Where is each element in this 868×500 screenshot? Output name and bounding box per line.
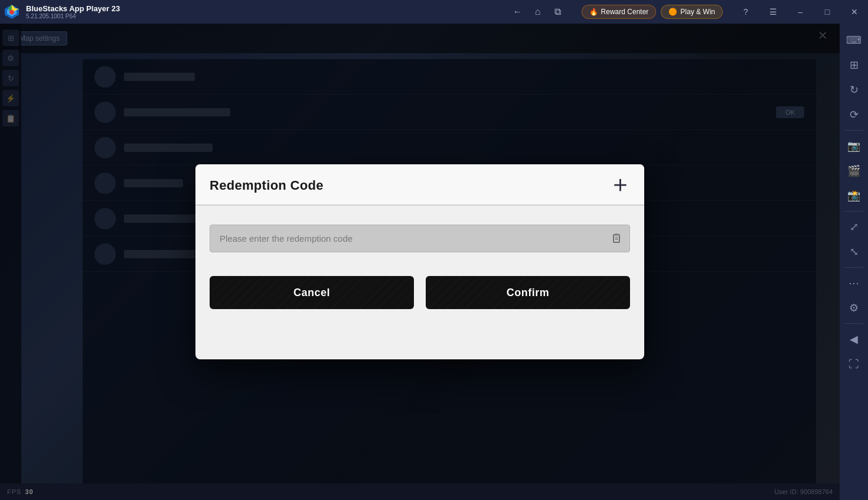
dialog-header: Redemption Code ✕ xyxy=(195,164,644,206)
cancel-button[interactable]: Cancel xyxy=(210,276,414,309)
code-input[interactable] xyxy=(210,225,603,252)
help-button[interactable]: ? xyxy=(732,0,759,24)
svg-rect-6 xyxy=(615,233,618,236)
paste-icon xyxy=(611,233,622,245)
confirm-button[interactable]: Confirm xyxy=(426,276,630,309)
minimize-button[interactable]: ‒ xyxy=(787,0,814,24)
dialog-footer: Cancel Confirm xyxy=(195,269,644,326)
titlebar: BlueStacks App Player 23 5.21.205.1001 P… xyxy=(0,0,868,24)
dialog-title: Redemption Code xyxy=(210,178,324,193)
nav-buttons: ← ⌂ ⧉ xyxy=(508,2,567,21)
paste-button[interactable] xyxy=(603,226,629,252)
app-name: BlueStacks App Player 23 xyxy=(26,4,508,14)
bluestacks-logo xyxy=(0,0,24,24)
copy-button[interactable]: ⧉ xyxy=(549,2,567,21)
confirm-label: Confirm xyxy=(507,287,550,298)
sidebar-more-icon[interactable]: ⋯ xyxy=(842,271,866,295)
sidebar-apps-icon[interactable]: ⊞ xyxy=(842,53,866,77)
sidebar-camera-icon[interactable]: 📸 xyxy=(842,184,866,207)
cancel-label: Cancel xyxy=(293,287,330,298)
sidebar-fullscreen-icon[interactable]: ⛶ xyxy=(842,352,866,376)
sidebar-screenshot-icon[interactable]: 📷 xyxy=(842,134,866,158)
dialog: Redemption Code ✕ xyxy=(195,164,644,359)
dialog-body xyxy=(195,206,644,269)
sidebar-divider-2 xyxy=(844,211,863,212)
sidebar-divider-1 xyxy=(844,130,863,131)
maximize-button[interactable]: □ xyxy=(814,0,841,24)
sidebar-video-icon[interactable]: 🎬 xyxy=(842,159,866,183)
dialog-close-button[interactable]: ✕ xyxy=(609,175,630,196)
play-win-button[interactable]: 🟠 Play & Win xyxy=(661,5,723,19)
app-info: BlueStacks App Player 23 5.21.205.1001 P… xyxy=(26,4,508,20)
sidebar-keyboard-icon[interactable]: ⌨ xyxy=(842,28,866,52)
sidebar-divider-3 xyxy=(844,267,863,268)
sidebar-expand-icon[interactable]: ⤢ xyxy=(842,215,866,239)
back-button[interactable]: ← xyxy=(508,2,527,21)
reward-center-label: Reward Center xyxy=(601,8,649,16)
code-input-wrapper xyxy=(210,225,630,252)
reward-center-button[interactable]: 🔥 Reward Center xyxy=(582,5,657,19)
sidebar-refresh-icon[interactable]: ⟳ xyxy=(842,103,866,126)
sidebar-rotate-icon[interactable]: ↻ xyxy=(842,78,866,102)
play-win-label: Play & Win xyxy=(680,8,715,16)
app-version: 5.21.205.1001 P64 xyxy=(26,13,508,20)
right-sidebar: ⌨ ⊞ ↻ ⟳ 📷 🎬 📸 ⤢ ⤡ ⋯ ⚙ ◀ ⛶ xyxy=(840,24,868,500)
sidebar-divider-4 xyxy=(844,323,863,324)
menu-button[interactable]: ☰ xyxy=(759,0,787,24)
fire-icon: 🔥 xyxy=(589,8,598,16)
close-star-icon: ✕ xyxy=(609,175,630,196)
home-button[interactable]: ⌂ xyxy=(528,2,547,21)
center-buttons: 🔥 Reward Center 🟠 Play & Win xyxy=(582,5,723,19)
coin-icon: 🟠 xyxy=(668,8,677,16)
sidebar-resize-icon[interactable]: ⤡ xyxy=(842,240,866,264)
sidebar-arrow-icon[interactable]: ◀ xyxy=(842,327,866,351)
close-button[interactable]: ✕ xyxy=(841,0,868,24)
window-controls: ? ☰ ‒ □ ✕ xyxy=(732,0,868,24)
dialog-overlay: Redemption Code ✕ xyxy=(0,24,840,500)
sidebar-settings-icon[interactable]: ⚙ xyxy=(842,296,866,320)
